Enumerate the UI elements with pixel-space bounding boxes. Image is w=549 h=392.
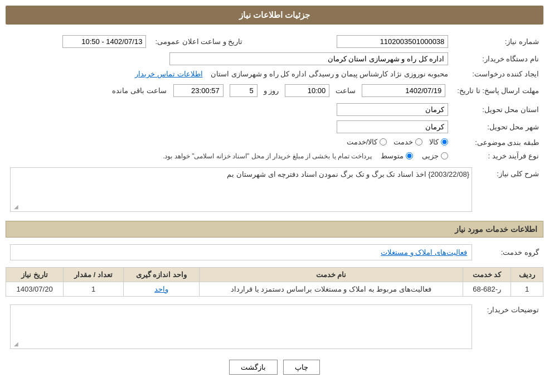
- cell-kod: ر-682-68: [463, 282, 511, 297]
- col-tarikh: تاریخ نیاز: [6, 268, 64, 282]
- grohe-khadamat-label: گروه خدمت:: [477, 242, 543, 263]
- tarikh-elan-input: [62, 35, 146, 48]
- table-row: 1 ر-682-68 فعالیت‌های مربوط به املاک و م…: [6, 282, 543, 297]
- grohe-khadamat-value: فعالیت‌های املاک و مستغلات: [10, 244, 472, 260]
- name-dastgah-input: [169, 52, 448, 65]
- ostan-tahvil-input: [337, 103, 448, 116]
- cell-vahed: واحد: [124, 282, 200, 297]
- payment-note: پرداخت تمام یا بخشی از مبلغ خریدار از مح…: [163, 152, 372, 160]
- radio-jozii-label: جزیی: [422, 152, 439, 160]
- sharh-value: {2003/22/08} اخذ اسناد تک برگ و تک برگ ن…: [227, 170, 469, 178]
- radio-jozii[interactable]: [441, 152, 448, 159]
- cell-name: فعالیت‌های مربوط به املاک و مستغلات براس…: [199, 282, 463, 297]
- radio-khadamat[interactable]: [415, 138, 422, 146]
- saat-label: ساعت: [336, 86, 356, 95]
- radio-kala[interactable]: [441, 138, 448, 146]
- ostan-tahvil-label: استان محل تحویل:: [453, 101, 543, 118]
- vahed-link[interactable]: واحد: [154, 285, 168, 293]
- shahr-tahvil-value: [6, 118, 453, 135]
- ostan-tahvil-value: [6, 101, 453, 118]
- sharh-label: شرح کلی نیاز:: [477, 165, 543, 214]
- rooz-label: روز و: [264, 86, 279, 95]
- cell-tedad: 1: [64, 282, 124, 297]
- shomara-niaz-value: [264, 33, 453, 50]
- rooz-value-input: [230, 84, 258, 97]
- name-dastgah-value: [6, 50, 453, 67]
- page-title: جزئیات اطلاعات نیاز: [6, 6, 543, 25]
- mohlat-ersal-label: مهلت ارسال پاسخ: تا تاریخ:: [453, 80, 543, 101]
- col-tedad: تعداد / مقدار: [64, 268, 124, 282]
- print-button[interactable]: چاپ: [283, 360, 320, 375]
- tabaghebandi-label: طبقه بندی موضوعی:: [453, 135, 543, 149]
- radio-motavaset-label: متوسط: [381, 152, 404, 160]
- ijad-konande-value: محبوبه نوروزی نژاد کارشناس پیمان و رسیدگ…: [6, 67, 453, 80]
- sharh-container: {2003/22/08} اخذ اسناد تک برگ و تک برگ ن…: [10, 167, 472, 212]
- grohe-khadamat-link[interactable]: فعالیت‌های املاک و مستغلات: [381, 248, 467, 257]
- section2-title: اطلاعات خدمات مورد نیاز: [6, 221, 543, 238]
- col-vahed: واحد اندازه گیری: [124, 268, 200, 282]
- services-table: ردیف کد خدمت نام خدمت واحد اندازه گیری ت…: [6, 267, 543, 297]
- tozihat-label: توضیحات خریدار:: [477, 302, 543, 351]
- col-kod: کد خدمت: [463, 268, 511, 282]
- ijad-konande-label: ایجاد کننده درخواست:: [453, 67, 543, 80]
- tozihat-resize-handle[interactable]: ◢: [12, 341, 18, 347]
- resize-handle[interactable]: ◢: [12, 204, 18, 210]
- radio-kala-label: کالا: [429, 138, 439, 146]
- cell-tarikh: 1403/07/20: [6, 282, 64, 297]
- ijad-konande-text: محبوبه نوروزی نژاد کارشناس پیمان و رسیدگ…: [211, 70, 448, 78]
- radio-kala-khadamat[interactable]: [380, 138, 387, 146]
- col-radif: ردیف: [511, 268, 543, 282]
- name-dastgah-label: نام دستگاه خریدار:: [453, 50, 543, 67]
- tarikh-pasokh-input: [362, 84, 445, 97]
- back-button[interactable]: بازگشت: [229, 360, 278, 375]
- shahr-tahvil-input: [337, 120, 448, 133]
- baqi-mande-label: ساعت باقی مانده: [112, 86, 166, 95]
- saat-value-input: [285, 84, 329, 97]
- tabaghebandi-radio-group: کالا خدمت کالا/خدمت: [347, 138, 449, 146]
- radio-motavaset[interactable]: [406, 152, 413, 159]
- ettelaat-tamas-link[interactable]: اطلاعات تماس خریدار: [135, 70, 202, 78]
- nooe-farayand-label: نوع فرآیند خرید :: [453, 149, 543, 162]
- shahr-tahvil-label: شهر محل تحویل:: [453, 118, 543, 135]
- col-name: نام خدمت: [199, 268, 463, 282]
- shomara-niaz-label: شماره نیاز:: [453, 33, 543, 50]
- cell-radif: 1: [511, 282, 543, 297]
- shomara-niaz-input: [337, 35, 448, 48]
- radio-kala-khadamat-label: کالا/خدمت: [347, 138, 378, 146]
- tarikh-elan-label: تاریخ و ساعت اعلان عمومی:: [150, 33, 247, 50]
- radio-khadamat-label: خدمت: [393, 138, 413, 146]
- tozihat-container: ◢: [10, 304, 472, 349]
- tarikh-elan-value: [6, 33, 150, 50]
- baqi-mande-input: [173, 84, 224, 97]
- bottom-buttons: چاپ بازگشت: [6, 360, 543, 375]
